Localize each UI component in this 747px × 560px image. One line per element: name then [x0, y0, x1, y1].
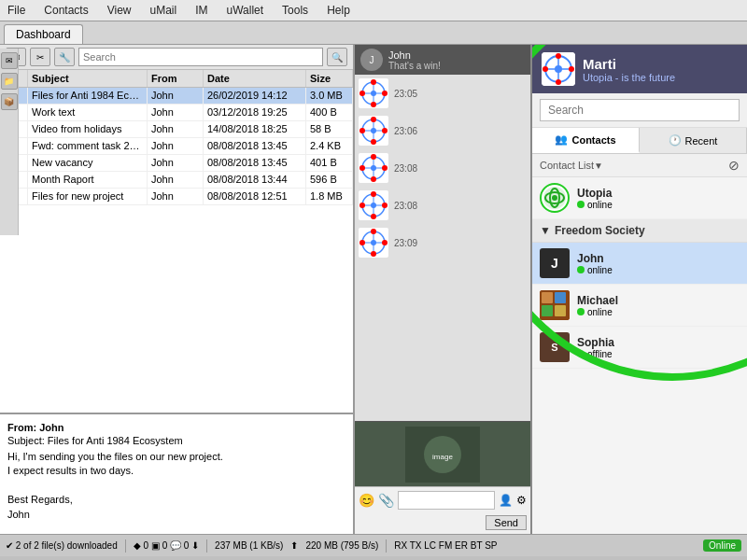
filter-button[interactable]: 🔧 [54, 48, 75, 66]
menu-help[interactable]: Help [323, 2, 354, 19]
chat-msg-icon [359, 116, 388, 146]
preview-body: Hi, I'm sending you the files on our new… [7, 450, 345, 522]
michael-status: online [577, 307, 740, 317]
mail-row[interactable]: ✏ Work text John 03/12/2018 19:25 400 B [0, 105, 353, 121]
mail-row[interactable]: 📎 Files for Anti 1984 Ecosystem John 26/… [0, 88, 353, 105]
side-archive-icon[interactable]: 📦 [1, 93, 18, 110]
contacts-panel: Marti Utopia - is the future 👥 Contacts … [532, 45, 747, 534]
menu-im[interactable]: IM [191, 2, 211, 19]
svg-point-53 [543, 66, 548, 72]
sophia-avatar: S [540, 332, 570, 362]
mail-row[interactable]: 🎬 Video from holidays John 14/08/2018 18… [0, 121, 353, 138]
contact-item-michael[interactable]: Michael online [532, 285, 747, 327]
online-badge: Online [703, 539, 741, 552]
svg-point-7 [371, 102, 376, 107]
collapse-icon[interactable]: ▼ [540, 224, 551, 237]
utopia-status-dot [577, 201, 585, 208]
chat-avatar: J [360, 49, 383, 71]
sophia-status: offline [577, 349, 740, 359]
mail-date: 08/08/2018 13:45 [204, 138, 306, 154]
side-compose-icon[interactable]: ✉ [1, 52, 18, 69]
chat-settings-icon[interactable]: ⚙ [516, 494, 527, 507]
mail-row[interactable]: 📎 Fwd: comment task 2105 John 08/08/2018… [0, 138, 353, 155]
contact-item-sophia[interactable]: S Sophia offline [532, 327, 747, 369]
mail-row[interactable]: 📎 Files for new project John 08/08/2018 … [0, 189, 353, 205]
mail-subject: Video from holidays [28, 121, 148, 137]
chat-user-icon[interactable]: 👤 [499, 494, 513, 507]
chat-messages: 23:05 23:06 [355, 75, 530, 421]
search-button[interactable]: 🔍 [327, 48, 347, 66]
svg-point-23 [382, 165, 388, 171]
chat-header: J John That's a win! [355, 45, 530, 75]
status-sep-3 [386, 539, 387, 553]
memory-status-1: 237 MB (1 KB/s) [215, 540, 283, 551]
menu-tools[interactable]: Tools [278, 2, 312, 19]
mail-from: John [148, 189, 204, 204]
mail-from: John [148, 88, 204, 104]
menu-contacts[interactable]: Contacts [40, 2, 92, 19]
chat-contact-name: John [388, 49, 441, 61]
col-header-date: Date [204, 70, 306, 87]
tab-dashboard[interactable]: Dashboard [4, 24, 83, 44]
chat-time: 23:05 [394, 89, 417, 99]
side-folder-icon[interactable]: 📁 [1, 73, 18, 90]
chat-message: 23:05 [359, 78, 527, 108]
contact-item-john[interactable]: J John online [532, 243, 747, 285]
mail-date: 26/02/2019 14:12 [204, 88, 306, 104]
main-layout: ✉ ✂ 🔧 🔍 Subject From Date Size 📎 Files f… [0, 45, 747, 534]
col-header-from: From [148, 70, 204, 87]
chat-subtitle: That's a win! [388, 61, 441, 71]
sophia-status-dot [577, 350, 585, 357]
tab-recent[interactable]: 🕐 Recent [640, 128, 747, 153]
svg-point-31 [359, 203, 365, 208]
mail-from: John [148, 155, 204, 171]
john-status-label: online [587, 265, 613, 275]
michael-name: Michael [577, 294, 740, 307]
tab-contacts[interactable]: 👥 Contacts [532, 128, 640, 153]
svg-point-55 [556, 53, 561, 59]
tab-bar: Dashboard [0, 21, 747, 45]
svg-point-43 [371, 251, 376, 257]
svg-rect-62 [542, 292, 553, 303]
chat-message: 23:09 [359, 228, 527, 258]
mail-row[interactable]: ✏ New vacancy John 08/08/2018 13:45 401 … [0, 155, 353, 172]
chat-attach-button[interactable]: 📎 [378, 493, 394, 508]
svg-point-44 [371, 240, 376, 245]
john-avatar: J [540, 248, 570, 278]
mail-list-header: Subject From Date Size [0, 70, 353, 88]
menu-umail[interactable]: uMail [147, 2, 181, 19]
mail-from: John [148, 105, 204, 120]
freedom-society-name: Freedom Society [555, 224, 645, 237]
mail-from: John [148, 172, 204, 188]
menu-bar: File Contacts View uMail IM uWallet Tool… [0, 0, 747, 21]
mail-panel: ✉ ✂ 🔧 🔍 Subject From Date Size 📎 Files f… [0, 45, 355, 534]
contact-item-utopia[interactable]: Utopia online [532, 177, 747, 219]
chat-message: 23:06 [359, 116, 527, 146]
contact-add-button[interactable]: ⊘ [728, 158, 740, 173]
mail-size: 58 B [306, 121, 353, 137]
mail-row[interactable]: ✏ Month Raport John 08/08/2018 13:44 596… [0, 172, 353, 189]
mail-search-input[interactable] [78, 48, 323, 66]
svg-point-4 [359, 91, 365, 96]
contact-list-dropdown[interactable]: ▼ [594, 161, 603, 171]
send-button[interactable]: Send [486, 515, 527, 530]
contact-search-input[interactable] [540, 99, 740, 121]
mail-subject: New vacancy [28, 155, 148, 171]
menu-file[interactable]: File [4, 2, 29, 19]
svg-rect-64 [542, 305, 553, 316]
chat-text-input[interactable] [398, 491, 495, 510]
mail-size: 401 B [306, 155, 353, 171]
svg-point-5 [382, 91, 388, 96]
svg-point-22 [359, 165, 365, 171]
status-bar: ✔ 2 of 2 file(s) downloaded ◆ 0 ▣ 0 💬 0 … [0, 534, 747, 556]
chat-time: 23:08 [394, 163, 417, 174]
mail-subject: Fwd: comment task 2105 [28, 138, 148, 154]
chat-image-preview: image [355, 421, 530, 486]
chat-emoji-button[interactable]: 😊 [359, 493, 374, 508]
menu-view[interactable]: View [104, 2, 135, 19]
menu-uwallet[interactable]: uWallet [223, 2, 268, 19]
mail-toolbar: ✉ ✂ 🔧 🔍 [0, 45, 353, 70]
delete-button[interactable]: ✂ [30, 48, 50, 66]
svg-point-32 [382, 203, 388, 208]
memory-status-2: 220 MB (795 B/s) [305, 540, 378, 551]
